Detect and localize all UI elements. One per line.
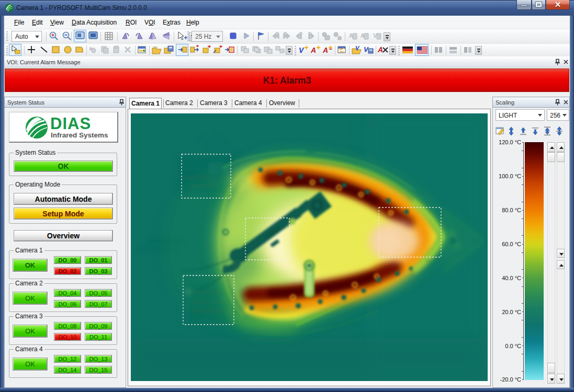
svg-text:V: V (299, 46, 305, 54)
svg-text:A: A (378, 45, 383, 54)
svg-text:A: A (322, 46, 328, 54)
svg-text:A: A (310, 46, 316, 54)
